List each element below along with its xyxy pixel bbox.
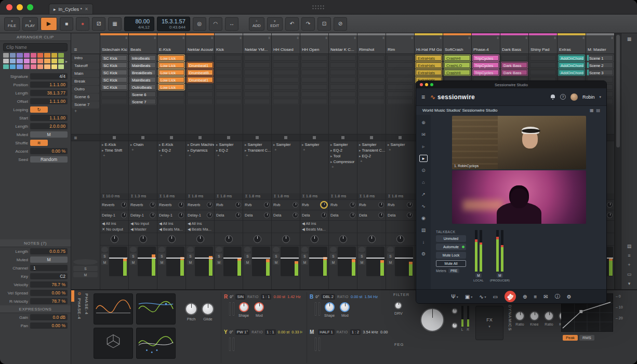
output-chooser[interactable]: ✕ No output (100, 227, 128, 233)
clip-slot[interactable] (187, 55, 214, 61)
project-tab[interactable]: ▸ In_Cycles * ✕ (49, 4, 93, 14)
input-chooser[interactable]: ◀ All ins (186, 221, 214, 227)
field-value[interactable]: 78.7 % (30, 281, 68, 288)
audio-icon[interactable]: ∿▾ (479, 294, 486, 300)
fader[interactable] (395, 247, 413, 276)
clip-slot[interactable] (244, 98, 271, 105)
oscillator-display-1[interactable]: + (94, 293, 133, 325)
color-swatch[interactable] (17, 53, 22, 58)
clip-slot[interactable] (272, 55, 299, 61)
clip-slot[interactable] (187, 98, 214, 105)
send-slot[interactable]: Delay-1 (100, 210, 128, 220)
send-knob[interactable] (235, 212, 241, 218)
expand-icon[interactable]: ▸ (359, 143, 361, 147)
clip-slot[interactable] (215, 76, 242, 83)
expand-icon[interactable]: ▸ (388, 143, 390, 147)
send-knob[interactable] (264, 202, 270, 208)
talkback-button[interactable]: Automute (436, 244, 466, 250)
pitch-knob[interactable]: Pitch (185, 303, 197, 321)
expand-icon[interactable]: ▸ (302, 143, 304, 147)
scene-row[interactable]: Break (72, 78, 99, 85)
fader-handle[interactable] (166, 258, 184, 259)
input-chooser[interactable]: ◀ No input (129, 221, 157, 227)
field-value[interactable]: 2.0.0.00 (30, 123, 68, 129)
track-header[interactable]: ≡ Shiny Pad (529, 33, 557, 54)
filter-res-knob[interactable] (452, 308, 458, 314)
clip-slot[interactable] (387, 98, 414, 105)
output-chooser[interactable]: ◀ Beats Ma... (157, 227, 185, 233)
field-value[interactable]: 0.00 % (30, 148, 68, 154)
output-chooser[interactable]: ◀ Beats Ma... (300, 227, 328, 233)
expand-icon[interactable]: ▸ (330, 160, 333, 164)
track-header[interactable]: ≡ Sidechain Kick (100, 33, 128, 54)
send-knob[interactable] (378, 202, 384, 208)
arm-button[interactable] (273, 247, 280, 252)
clip-slot[interactable]: AddOnChord (558, 62, 585, 69)
field-value[interactable]: Random (30, 156, 68, 163)
clip-slot[interactable]: IntroBeats (129, 55, 156, 61)
send-knob[interactable] (293, 212, 298, 218)
fader-handle[interactable] (138, 258, 156, 259)
track-menu-icon[interactable]: ≡ (411, 36, 413, 39)
device-item[interactable]: ▸E-Kick (100, 142, 128, 147)
clip-slot[interactable]: SC Kick (101, 69, 128, 76)
clip-stop-button[interactable] (215, 134, 243, 141)
device-item[interactable]: ▸Sampler (386, 142, 414, 147)
clip-slot[interactable] (301, 55, 328, 61)
clip-slot[interactable] (329, 62, 356, 69)
track-menu-icon[interactable]: ≡ (125, 36, 127, 39)
osc-knob[interactable]: Shape (238, 302, 249, 317)
track-menu-icon[interactable]: ≡ (297, 36, 299, 39)
copy-button[interactable]: ⊡ (317, 17, 331, 31)
output-chooser[interactable]: ◀ Master (129, 227, 157, 233)
stop-all-clips-button[interactable]: ≣ (71, 134, 100, 141)
solo-button[interactable]: S (359, 253, 365, 259)
track-menu-icon[interactable]: ≡ (582, 36, 585, 39)
fader-handle[interactable] (309, 258, 327, 259)
send-icon[interactable]: ▹ (419, 143, 428, 150)
cancel-button[interactable]: ⊘ (334, 17, 347, 31)
pre-button[interactable]: PRE (448, 268, 459, 273)
phase-value[interactable]: 0° (230, 294, 233, 299)
hangup-icon[interactable]: ☎▾ (505, 291, 516, 302)
clip-stop-button[interactable] (300, 134, 328, 141)
color-swatch[interactable] (58, 53, 64, 58)
clip-slot[interactable] (244, 62, 271, 69)
input-chooser[interactable] (272, 221, 300, 227)
clip-slot[interactable]: Scene 3 (587, 69, 614, 76)
clip-slot[interactable]: TripCycles (472, 69, 499, 76)
clip-slot[interactable]: CrashHI (444, 55, 471, 61)
user-name[interactable]: Robin (582, 95, 595, 100)
grid-icon[interactable]: ▦ (627, 36, 632, 42)
grid-view-icon[interactable]: ▦ (590, 108, 594, 113)
clip-slot[interactable] (158, 98, 185, 105)
mute-button[interactable]: M (158, 260, 165, 265)
solo-button[interactable]: S (330, 253, 337, 259)
device-item[interactable]: ▸EQ-2 (357, 153, 386, 159)
mute-button[interactable]: M (73, 272, 98, 277)
clip-slot[interactable]: CrashHI (444, 69, 471, 76)
clip-stop-button[interactable] (329, 134, 357, 141)
mute-button[interactable]: M (273, 260, 280, 265)
field-value[interactable]: 4/4 (30, 73, 68, 79)
oscillator-display-4[interactable]: + (136, 328, 176, 359)
device-item[interactable]: ▸Sampler (357, 142, 386, 147)
track-menu-icon[interactable]: ≡ (525, 36, 527, 39)
pan-knob[interactable] (339, 235, 347, 243)
device-item[interactable]: ▸EQ-2 (329, 147, 357, 153)
clip-stop-button[interactable] (186, 134, 214, 141)
color-swatch[interactable] (58, 64, 64, 69)
mode-selector[interactable]: SIN (235, 294, 245, 300)
send-knob[interactable] (178, 212, 184, 218)
plus-icon[interactable]: + (132, 341, 133, 346)
mic-icon[interactable]: Ψ▾ (451, 294, 458, 300)
expand-icon[interactable]: ▸ (130, 143, 132, 147)
send-slot[interactable]: Rvb (215, 199, 243, 210)
fader[interactable] (281, 247, 299, 276)
device-item[interactable]: ▸Tool (329, 153, 357, 159)
add-device-button[interactable]: + (357, 159, 386, 164)
clip-slot[interactable] (329, 91, 356, 98)
device-item[interactable]: ▸EQ-2 (157, 147, 185, 153)
clip-slot[interactable] (215, 98, 242, 105)
clip-slot[interactable]: OutroBeats (129, 84, 156, 90)
